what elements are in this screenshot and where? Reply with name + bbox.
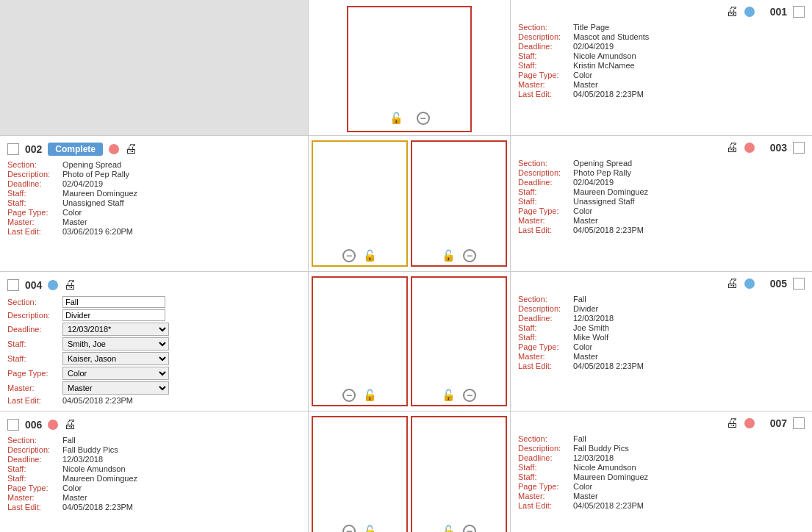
label-description: Description: bbox=[7, 170, 62, 179]
lock-open-left-row3[interactable]: 🔓 bbox=[363, 389, 377, 402]
label-master: Master: bbox=[518, 492, 573, 500]
lock-open-right-row4[interactable]: 🔓 bbox=[442, 525, 456, 532]
printer-icon-right-row2[interactable]: 🖨 bbox=[726, 140, 739, 155]
checkbox-right-row2[interactable] bbox=[793, 142, 805, 154]
value-deadline-row2-left: 02/04/2019 bbox=[62, 179, 301, 188]
minus-icon[interactable]: − bbox=[417, 112, 430, 125]
label-description: Description: bbox=[518, 32, 573, 41]
page-number-left-row3: 004 bbox=[25, 279, 42, 291]
checkbox-left-row3[interactable] bbox=[7, 279, 19, 291]
center-panel-row3: − 🔓 🔓 − bbox=[309, 272, 511, 411]
circle-blue-right-row3 bbox=[744, 278, 755, 289]
value-staff2-row2-right: Unassigned Staff bbox=[573, 197, 805, 206]
left-panel-row2: 002 Complete 🖨 Section: Opening Spread D… bbox=[0, 136, 309, 271]
label-lastedit-row3: Last Edit: bbox=[7, 396, 62, 405]
value-pagetype-row1: Color bbox=[573, 71, 805, 79]
value-master-row3-right: Master bbox=[573, 352, 805, 361]
checkbox-right-row4[interactable] bbox=[793, 417, 805, 429]
page-image-row1: 🔓 − bbox=[347, 6, 472, 132]
master-select-row3[interactable]: Master bbox=[62, 381, 169, 395]
minus-left-row2[interactable]: − bbox=[342, 249, 356, 262]
page-number-left-row4: 006 bbox=[25, 419, 42, 431]
description-input-row3[interactable] bbox=[62, 309, 165, 321]
minus-right-row3[interactable]: − bbox=[463, 389, 476, 402]
minus-right-row4[interactable]: − bbox=[463, 525, 476, 532]
page-number-right-row2: 003 bbox=[761, 142, 787, 154]
label-section: Section: bbox=[518, 295, 573, 303]
page-number-right-row4: 007 bbox=[761, 417, 787, 429]
label-section: Section: bbox=[7, 436, 62, 445]
label-section: Section: bbox=[7, 160, 62, 169]
value-staff2-row1: Kristin McNamee bbox=[573, 61, 805, 70]
value-section-row4-left: Fall bbox=[62, 436, 301, 445]
page-image-left-row2: − 🔓 bbox=[312, 140, 408, 267]
label-lastedit: Last Edit: bbox=[518, 226, 573, 234]
label-staff2-row3: Staff: bbox=[7, 354, 62, 363]
minus-left-row3[interactable]: − bbox=[342, 389, 356, 402]
page-image-left-row4: − 🔓 bbox=[312, 416, 408, 532]
label-staff1: Staff: bbox=[518, 51, 573, 60]
printer-icon-left-row2[interactable]: 🖨 bbox=[125, 142, 137, 157]
staff1-select-row3[interactable]: Smith, Joe bbox=[62, 337, 169, 351]
label-lastedit: Last Edit: bbox=[7, 503, 62, 511]
printer-icon-right-row4[interactable]: 🖨 bbox=[726, 416, 739, 431]
label-pagetype: Page Type: bbox=[518, 206, 573, 215]
label-staff1: Staff: bbox=[518, 187, 573, 196]
value-master-row4-left: Master bbox=[62, 493, 301, 502]
value-lastedit-row4-left: 04/05/2018 2:23PM bbox=[62, 503, 301, 511]
label-staff2: Staff: bbox=[518, 61, 573, 70]
label-master: Master: bbox=[518, 80, 573, 89]
checkbox-right-row3[interactable] bbox=[793, 278, 805, 290]
printer-icon-left-row3[interactable]: 🖨 bbox=[64, 278, 76, 292]
page-number-right-row1: 001 bbox=[761, 6, 787, 18]
image-icons-row1: 🔓 − bbox=[389, 109, 430, 128]
lock-open-left-row2[interactable]: 🔓 bbox=[363, 249, 377, 262]
section-input-row3[interactable] bbox=[62, 296, 165, 308]
minus-right-row2[interactable]: − bbox=[463, 249, 476, 262]
label-description: Description: bbox=[518, 444, 573, 453]
label-deadline: Deadline: bbox=[518, 178, 573, 187]
value-description-row2-right: Photo Pep Rally bbox=[573, 168, 805, 177]
label-lastedit: Last Edit: bbox=[518, 362, 573, 370]
deadline-select-row3[interactable]: 12/03/2018* bbox=[62, 323, 169, 336]
staff2-select-row3[interactable]: Kaiser, Jason bbox=[62, 352, 169, 365]
label-lastedit: Last Edit: bbox=[518, 90, 573, 98]
label-master: Master: bbox=[7, 493, 62, 502]
value-staff2-row3-right: Mike Wolf bbox=[573, 333, 805, 342]
value-staff2-row2-left: Unassigned Staff bbox=[62, 198, 301, 207]
label-section: Section: bbox=[518, 23, 573, 32]
value-deadline-row3-right: 12/03/2018 bbox=[573, 314, 805, 323]
checkbox-left-row2[interactable] bbox=[7, 143, 19, 155]
printer-icon-right-row3[interactable]: 🖨 bbox=[726, 276, 739, 291]
lock-open-right-row3[interactable]: 🔓 bbox=[442, 389, 456, 402]
label-pagetype: Page Type: bbox=[518, 342, 573, 351]
value-staff1-row4-left: Nicole Amundson bbox=[62, 464, 301, 473]
printer-icon-left-row4[interactable]: 🖨 bbox=[64, 417, 76, 432]
label-staff1-row3: Staff: bbox=[7, 339, 62, 348]
page-number-right-row3: 005 bbox=[761, 278, 787, 290]
label-staff1: Staff: bbox=[7, 464, 62, 473]
label-pagetype-row3: Page Type: bbox=[7, 369, 62, 378]
label-staff2: Staff: bbox=[518, 472, 573, 481]
center-panel-row2: − 🔓 🔓 − bbox=[309, 136, 511, 271]
label-staff1: Staff: bbox=[518, 463, 573, 472]
circle-pink-row2 bbox=[109, 144, 119, 154]
label-section: Section: bbox=[518, 159, 573, 168]
lock-open-right-row2[interactable]: 🔓 bbox=[442, 249, 456, 262]
pagetype-select-row3[interactable]: Color bbox=[62, 367, 169, 380]
minus-left-row4[interactable]: − bbox=[342, 525, 356, 532]
checkbox-left-row4[interactable] bbox=[7, 419, 19, 431]
value-lastedit-row1: 04/05/2018 2:23PM bbox=[573, 90, 805, 98]
label-master: Master: bbox=[518, 216, 573, 225]
circle-pink-row4 bbox=[48, 420, 58, 430]
value-staff1-row2-left: Maureen Dominguez bbox=[62, 189, 301, 198]
lock-open-left-row4[interactable]: 🔓 bbox=[363, 525, 377, 532]
lock-open-icon[interactable]: 🔓 bbox=[389, 112, 403, 125]
value-pagetype-row4-left: Color bbox=[62, 484, 301, 492]
label-deadline: Deadline: bbox=[7, 455, 62, 464]
value-deadline-row4-left: 12/03/2018 bbox=[62, 455, 301, 464]
badge-complete-row2: Complete bbox=[48, 143, 103, 156]
checkbox-right-row1[interactable] bbox=[793, 6, 805, 18]
label-description: Description: bbox=[7, 445, 62, 454]
printer-icon-right-row1[interactable]: 🖨 bbox=[726, 4, 739, 19]
